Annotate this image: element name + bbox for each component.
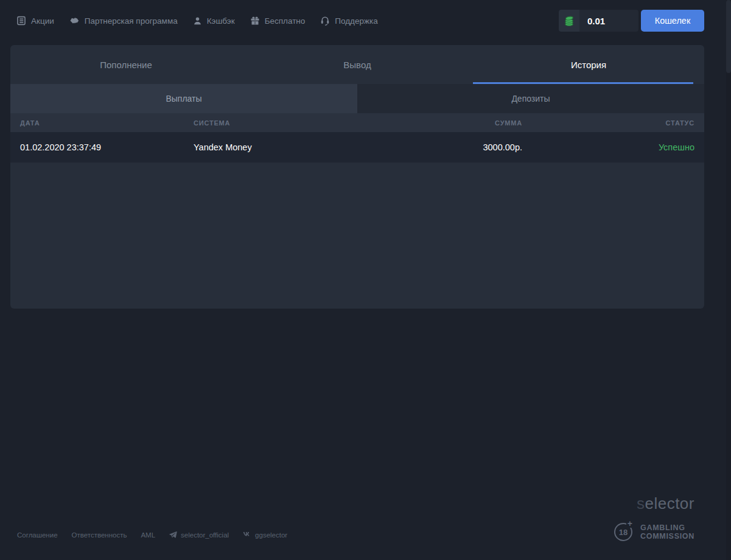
nav-item-promotions[interactable]: Акции: [16, 16, 54, 26]
column-header-date: ДАТА: [20, 119, 194, 127]
telegram-icon: [169, 531, 177, 539]
nav-item-free[interactable]: Бесплатно: [250, 16, 306, 26]
table-header-row: ДАТА СИСТЕМА СУММА СТАТУС: [10, 113, 704, 132]
wallet-panel: Пополнение Вывод История Выплаты Депозит…: [10, 45, 704, 309]
panel-empty-area: [10, 163, 704, 309]
list-icon: [16, 16, 26, 26]
nav-item-partner-program[interactable]: Партнерская программа: [69, 16, 178, 26]
tab-deposit[interactable]: Пополнение: [10, 45, 242, 84]
balance-widget[interactable]: 0.01: [559, 10, 638, 32]
commission-line2: COMMISSION: [640, 532, 694, 541]
subtab-deposits[interactable]: Депозиты: [357, 84, 704, 113]
commission-line1: GAMBLING: [640, 523, 694, 532]
footer-link-vk[interactable]: ggselector: [243, 531, 287, 539]
top-navigation: Акции Партнерская программа Кэшбэк: [16, 16, 378, 26]
cell-status: Успешно: [522, 142, 694, 152]
nav-label: Бесплатно: [265, 16, 306, 26]
gambling-commission-label: GAMBLING COMMISSION: [640, 523, 694, 541]
user-icon: [193, 16, 202, 26]
gift-icon: [250, 16, 260, 26]
scrollbar-track[interactable]: [726, 0, 731, 560]
subtab-payouts[interactable]: Выплаты: [10, 84, 357, 113]
nav-item-cashback[interactable]: Кэшбэк: [193, 16, 235, 26]
commission-row: 18 + GAMBLING COMMISSION: [614, 523, 694, 541]
cell-amount: 3000.00р.: [340, 142, 522, 152]
top-bar: Акции Партнерская программа Кэшбэк: [0, 0, 731, 41]
nav-label: Поддержка: [335, 16, 377, 26]
column-header-amount: СУММА: [340, 119, 522, 127]
tab-history[interactable]: История: [473, 45, 704, 84]
footer-link-label: ggselector: [255, 531, 287, 539]
logo-rest: elector: [645, 494, 694, 513]
wallet-button[interactable]: Кошелек: [641, 10, 704, 32]
footer-link-telegram[interactable]: selector_official: [169, 531, 229, 539]
logo-first-letter: s: [637, 494, 645, 513]
footer-links: Соглашение Ответственность AML selector_…: [17, 531, 287, 539]
column-header-system: СИСТЕМА: [194, 119, 340, 127]
coins-icon: [559, 10, 579, 32]
tab-withdraw[interactable]: Вывод: [242, 45, 473, 84]
footer-link-label: selector_official: [181, 531, 229, 539]
age-number: 18: [619, 528, 628, 537]
top-right-controls: 0.01 Кошелек: [559, 10, 704, 32]
age-18-plus-icon: 18 +: [614, 523, 632, 541]
footer-link-aml[interactable]: AML: [141, 531, 155, 539]
nav-label: Партнерская программа: [85, 16, 178, 26]
nav-label: Кэшбэк: [207, 16, 235, 26]
footer-link-responsibility[interactable]: Ответственность: [72, 531, 127, 539]
footer-brand-block: selector 18 + GAMBLING COMMISSION: [614, 495, 694, 541]
age-plus-sign: +: [626, 519, 634, 528]
selector-logo: selector: [637, 495, 694, 511]
history-subtabs: Выплаты Депозиты: [10, 84, 704, 113]
main-tabs: Пополнение Вывод История: [10, 45, 704, 84]
scrollbar-thumb[interactable]: [726, 0, 731, 73]
vk-icon: [243, 531, 251, 539]
balance-value: 0.01: [579, 10, 638, 32]
handshake-icon: [69, 16, 80, 26]
nav-label: Акции: [31, 16, 54, 26]
nav-item-support[interactable]: Поддержка: [320, 16, 377, 26]
footer-link-agreement[interactable]: Соглашение: [17, 531, 58, 539]
headset-icon: [320, 16, 330, 26]
cell-date: 01.02.2020 23:37:49: [20, 142, 194, 152]
cell-system: Yandex Money: [194, 142, 340, 152]
column-header-status: СТАТУС: [522, 119, 694, 127]
table-row: 01.02.2020 23:37:49 Yandex Money 3000.00…: [10, 132, 704, 163]
